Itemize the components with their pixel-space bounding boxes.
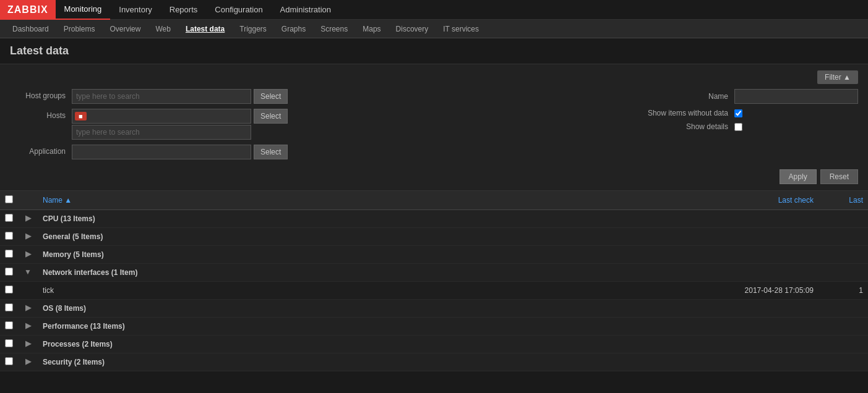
page-title: Latest data — [10, 44, 858, 57]
hosts-token: ■ — [75, 112, 87, 120]
subnav-overview[interactable]: Overview — [102, 20, 148, 38]
show-details-checkbox[interactable] — [734, 123, 742, 131]
nav-configuration[interactable]: Configuration — [206, 0, 271, 20]
group-checkbox[interactable] — [5, 321, 13, 329]
filter-toggle-button[interactable]: Filter ▲ — [817, 70, 858, 84]
table-group-row[interactable]: ▶ Performance (13 Items) — [0, 318, 868, 336]
application-select-button[interactable]: Select — [254, 145, 288, 159]
group-name: Performance (13 Items) — [43, 322, 125, 331]
item-name: tick — [38, 282, 695, 300]
group-checkbox[interactable] — [5, 357, 13, 365]
group-checkbox[interactable] — [5, 250, 13, 258]
reset-button[interactable]: Reset — [820, 169, 858, 184]
col-last: Last — [819, 191, 868, 210]
expand-icon[interactable]: ▶ — [23, 339, 33, 349]
group-checkbox[interactable] — [5, 214, 13, 222]
subnav-it-services[interactable]: IT services — [436, 20, 486, 38]
host-groups-input[interactable] — [72, 89, 251, 104]
expand-icon[interactable]: ▼ — [23, 268, 33, 277]
table-row: tick 2017-04-28 17:05:09 1 — [0, 282, 868, 300]
hosts-label: Hosts — [10, 109, 72, 120]
apply-button[interactable]: Apply — [780, 169, 817, 184]
group-name: General (5 Items) — [43, 232, 103, 241]
nav-inventory[interactable]: Inventory — [110, 0, 160, 20]
table-group-row[interactable]: ▶ Security (2 Items) — [0, 353, 868, 371]
group-name: Network interfaces (1 Item) — [43, 268, 137, 277]
name-label: Name — [629, 92, 734, 101]
expand-icon[interactable]: ▶ — [23, 232, 33, 242]
show-items-checkbox[interactable] — [734, 109, 742, 117]
table-group-row[interactable]: ▶ Memory (5 Items) — [0, 246, 868, 264]
item-last-check: 2017-04-28 17:05:09 — [695, 282, 819, 300]
top-nav: Monitoring Inventory Reports Configurati… — [56, 0, 340, 20]
expand-icon[interactable]: ▶ — [23, 357, 33, 367]
expand-icon[interactable]: ▶ — [23, 321, 33, 331]
expand-icon[interactable]: ▶ — [23, 303, 33, 313]
item-checkbox[interactable] — [5, 285, 13, 294]
select-all-checkbox[interactable] — [5, 195, 13, 203]
subnav-discovery[interactable]: Discovery — [389, 20, 436, 38]
host-groups-select-button[interactable]: Select — [254, 89, 288, 104]
nav-reports[interactable]: Reports — [161, 0, 207, 20]
group-name: CPU (13 Items) — [43, 214, 95, 223]
col-name[interactable]: Name ▲ — [38, 191, 695, 210]
subnav-web[interactable]: Web — [148, 20, 178, 38]
group-checkbox[interactable] — [5, 303, 13, 311]
data-table: Name ▲ Last check Last ▶ CPU (13 Items) … — [0, 191, 868, 371]
group-name: Security (2 Items) — [43, 358, 105, 366]
expand-icon[interactable]: ▶ — [23, 214, 33, 224]
group-checkbox[interactable] — [5, 339, 13, 347]
application-label: Application — [10, 145, 72, 156]
group-name: Processes (2 Items) — [43, 340, 113, 349]
subnav-maps[interactable]: Maps — [355, 20, 388, 38]
app-logo: ZABBIX — [0, 0, 56, 20]
table-group-row[interactable]: ▼ Network interfaces (1 Item) — [0, 264, 868, 282]
table-group-row[interactable]: ▶ Processes (2 Items) — [0, 336, 868, 353]
nav-administration[interactable]: Administration — [272, 0, 340, 20]
host-groups-label: Host groups — [10, 89, 72, 100]
item-last-value: 1 — [819, 282, 868, 300]
hosts-search-input[interactable] — [72, 125, 251, 140]
application-input[interactable] — [72, 145, 251, 159]
subnav-triggers[interactable]: Triggers — [232, 20, 274, 38]
table-group-row[interactable]: ▶ General (5 Items) — [0, 228, 868, 246]
subnav-graphs[interactable]: Graphs — [274, 20, 313, 38]
subnav-dashboard[interactable]: Dashboard — [5, 20, 56, 38]
nav-monitoring[interactable]: Monitoring — [56, 0, 111, 20]
col-last-check: Last check — [695, 191, 819, 210]
hosts-select-button[interactable]: Select — [254, 109, 288, 124]
expand-icon[interactable]: ▶ — [23, 250, 33, 260]
sub-nav: Dashboard Problems Overview Web Latest d… — [5, 20, 486, 38]
subnav-screens[interactable]: Screens — [313, 20, 355, 38]
subnav-latest-data[interactable]: Latest data — [178, 20, 232, 38]
table-group-row[interactable]: ▶ OS (8 Items) — [0, 300, 868, 318]
show-items-label: Show items without data — [629, 109, 734, 117]
name-input[interactable] — [734, 89, 858, 104]
group-checkbox[interactable] — [5, 268, 13, 276]
group-name: OS (8 Items) — [43, 304, 86, 313]
group-name: Memory (5 Items) — [43, 250, 104, 259]
group-checkbox[interactable] — [5, 232, 13, 240]
show-details-label: Show details — [629, 122, 734, 131]
table-group-row[interactable]: ▶ CPU (13 Items) — [0, 210, 868, 228]
subnav-problems[interactable]: Problems — [56, 20, 103, 38]
